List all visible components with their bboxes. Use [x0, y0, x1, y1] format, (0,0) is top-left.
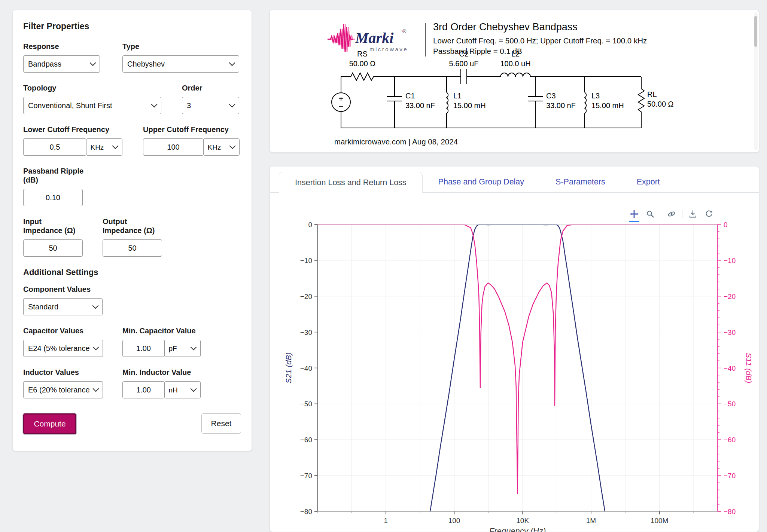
response-type-row: Response Bandpass Type Chebyshev [23, 42, 241, 73]
capacitor-values-control[interactable]: E24 (5% tolerance) [23, 340, 103, 357]
response-select[interactable]: Bandpass [23, 55, 100, 73]
svg-text:−30: −30 [724, 328, 736, 336]
min-inductor-unit-select[interactable]: nH [164, 381, 201, 398]
compute-button[interactable]: Compute [23, 413, 76, 434]
svg-text:−70: −70 [300, 472, 312, 480]
order-label: Order [182, 83, 239, 92]
type-select-control[interactable]: Chebyshev [122, 55, 239, 73]
c3-value: 33.00 nF [546, 101, 576, 110]
button-row: Compute Reset [23, 413, 241, 434]
order-select-control[interactable]: 3 [182, 97, 239, 114]
modebar-separator [661, 210, 661, 218]
svg-text:−40: −40 [724, 364, 736, 372]
reset-button[interactable]: Reset [201, 413, 241, 434]
topology-select[interactable]: Conventional, Shunt First [23, 97, 161, 114]
orbit-icon[interactable] [666, 208, 677, 220]
svg-text:−60: −60 [724, 436, 736, 444]
min-capacitor-unit-control[interactable]: pF [164, 340, 201, 357]
capacitor-values-select[interactable]: E24 (5% tolerance) [23, 340, 103, 357]
svg-text:S21 (dB): S21 (dB) [284, 352, 293, 383]
tab-s-parameters[interactable]: S-Parameters [540, 171, 621, 192]
lower-cutoff-unit-control[interactable]: KHz [86, 138, 122, 156]
l1-value: 15.00 mH [453, 101, 486, 110]
min-inductor-label: Min. Inductor Value [122, 368, 201, 377]
chart-modebar [628, 208, 715, 220]
component-values-select[interactable]: Standard [23, 298, 103, 315]
output-impedance-label-2: Impedance (Ω) [103, 226, 162, 235]
ripple-label: Passband Ripple [23, 166, 83, 175]
cutoff-row: Lower Cutoff Frequency KHz Upper Cutoff … [23, 125, 241, 156]
type-select[interactable]: Chebyshev [122, 55, 239, 73]
resistor-rl-icon [638, 89, 644, 115]
schematic-card: Marki ® microwave 3rd Order Chebyshev Ba… [270, 10, 759, 153]
c1-name: C1 [405, 92, 415, 100]
inductor-values-control[interactable]: E6 (20% tolerance) [23, 381, 103, 398]
min-capacitor-input[interactable] [122, 340, 165, 357]
impedance-row: Input Impedance (Ω) Output Impedance (Ω) [23, 217, 241, 257]
upper-cutoff-input[interactable] [143, 138, 204, 156]
insertion-loss-chart[interactable]: 0−10−20−30−40−50−60−70−800−10−20−30−40−5… [270, 219, 759, 532]
min-capacitor-label: Min. Capacitor Value [122, 326, 201, 335]
min-inductor-unit-control[interactable]: nH [164, 381, 201, 398]
download-icon[interactable] [687, 208, 698, 220]
input-impedance-label-2: Impedance (Ω) [23, 226, 103, 235]
svg-text:100M: 100M [651, 517, 669, 525]
svg-text:0: 0 [308, 221, 312, 229]
topology-label: Topology [23, 83, 182, 92]
capacitor-values-label: Capacitor Values [23, 326, 122, 335]
schematic-title: 3rd Order Chebyshev Bandpass [433, 21, 578, 33]
response-select-control[interactable]: Bandpass [23, 55, 100, 73]
component-values-row: Component Values Standard [23, 285, 241, 315]
l3-name: L3 [591, 92, 600, 100]
min-inductor-input[interactable] [122, 381, 165, 398]
scrollbar-thumb[interactable] [754, 16, 757, 47]
upper-cutoff-unit-select[interactable]: KHz [203, 138, 240, 156]
inductor-values-select[interactable]: E6 (20% tolerance) [23, 381, 103, 398]
c1-value: 33.00 nF [405, 101, 435, 110]
pan-icon[interactable] [628, 208, 640, 220]
ripple-row: Passband Ripple (dB) [23, 166, 241, 206]
resistor-rs-icon [349, 73, 377, 80]
topology-select-control[interactable]: Conventional, Shunt First [23, 97, 161, 114]
modebar-separator [682, 210, 682, 218]
type-label: Type [122, 42, 239, 51]
svg-text:−50: −50 [724, 400, 736, 408]
inductor-l2-icon [500, 73, 530, 77]
svg-text:1M: 1M [586, 517, 596, 525]
svg-text:S11 (dB): S11 (dB) [745, 353, 753, 383]
logo-reg: ® [402, 28, 407, 34]
svg-text:−10: −10 [724, 257, 736, 265]
rl-value: 50.00 Ω [647, 100, 674, 108]
c2-value: 5.600 uF [449, 59, 479, 68]
svg-text:−80: −80 [724, 508, 736, 516]
input-impedance-input[interactable] [23, 239, 83, 257]
tab-export[interactable]: Export [621, 171, 676, 192]
panel-title: Filter Properties [23, 21, 241, 31]
svg-text:−20: −20 [300, 293, 312, 300]
filter-properties-panel: Filter Properties Response Bandpass Type… [12, 10, 252, 451]
lower-cutoff-unit-select[interactable]: KHz [86, 138, 122, 156]
svg-text:−10: −10 [300, 257, 312, 265]
ripple-input[interactable] [23, 189, 83, 206]
rs-value: 50.00 Ω [349, 59, 376, 68]
order-select[interactable]: 3 [182, 97, 239, 114]
min-capacitor-unit-select[interactable]: pF [164, 340, 201, 357]
svg-text:100: 100 [448, 517, 460, 525]
capacitor-row: Capacitor Values E24 (5% tolerance) Min.… [23, 326, 241, 357]
c2-name: C2 [459, 50, 469, 58]
svg-text:−40: −40 [300, 364, 312, 372]
voltage-source-icon [332, 93, 350, 111]
tab-phase-group-delay[interactable]: Phase and Group Delay [423, 171, 540, 192]
zoom-icon[interactable] [645, 208, 656, 220]
additional-settings-title: Additional Settings [23, 267, 241, 277]
output-impedance-input[interactable] [103, 239, 162, 257]
lower-cutoff-input[interactable] [23, 138, 86, 156]
svg-text:10K: 10K [516, 517, 529, 525]
component-values-control[interactable]: Standard [23, 298, 103, 315]
schematic-footer: markimicrowave.com | Aug 08, 2024 [334, 137, 458, 146]
reset-icon[interactable] [703, 208, 715, 220]
tab-insertion-return-loss[interactable]: Insertion Loss and Return Loss [279, 172, 423, 193]
lower-cutoff-label: Lower Cutoff Frequency [23, 125, 143, 134]
upper-cutoff-unit-control[interactable]: KHz [203, 138, 240, 156]
svg-text:−80: −80 [300, 508, 312, 516]
